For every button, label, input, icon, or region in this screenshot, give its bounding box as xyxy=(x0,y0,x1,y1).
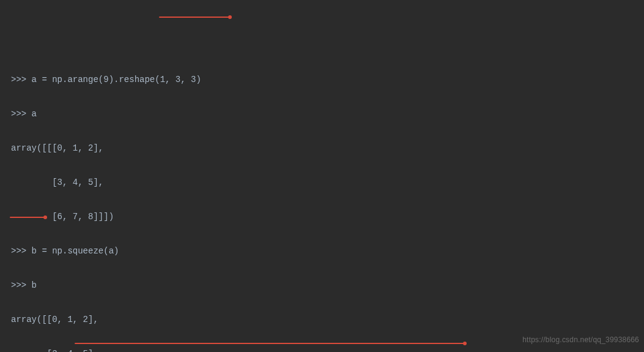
annotation-underline xyxy=(10,217,46,218)
watermark-text: https://blog.csdn.net/qq_39938666 xyxy=(522,331,639,348)
code-text: a xyxy=(32,109,37,119)
prompt: >>> xyxy=(11,109,32,119)
prompt: >>> xyxy=(11,75,32,84)
terminal-line: >>> b xyxy=(11,277,644,294)
output-text: array([[[0, 1, 2], xyxy=(11,143,103,153)
terminal-line: [3, 4, 5], xyxy=(11,174,644,191)
output-text: [3, 4, 5], xyxy=(11,349,98,352)
terminal-line: array([[0, 1, 2], xyxy=(11,311,644,328)
output-text: array([[0, 1, 2], xyxy=(11,315,98,324)
prompt: >>> xyxy=(11,246,32,256)
code-text: b = np.squeeze(a) xyxy=(32,246,119,256)
terminal-line: [6, 7, 8]]]) xyxy=(11,208,644,225)
annotation-underline xyxy=(159,17,231,18)
terminal-line: >>> a = np.arange(9).reshape(1, 3, 3) xyxy=(11,71,644,88)
code-text: a = np.arange(9).reshape(1, 3, 3) xyxy=(32,75,201,84)
terminal-line: array([[[0, 1, 2], xyxy=(11,140,644,157)
prompt: >>> xyxy=(11,280,32,290)
output-text: [3, 4, 5], xyxy=(11,178,103,187)
terminal-line: >>> a xyxy=(11,105,644,122)
terminal-line: >>> b = np.squeeze(a) xyxy=(11,242,644,260)
code-text: b xyxy=(32,280,37,290)
annotation-underline xyxy=(75,343,466,344)
